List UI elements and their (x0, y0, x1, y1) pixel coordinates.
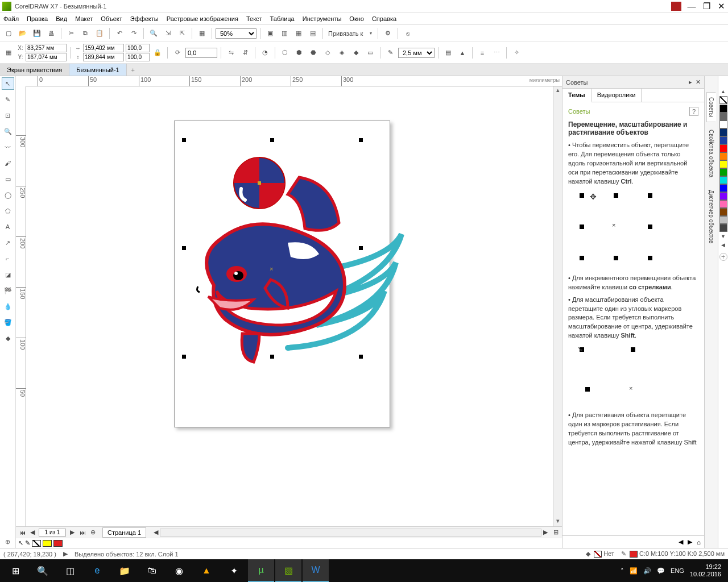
scale-x-input[interactable] (126, 44, 150, 52)
fill-swatch-red[interactable] (53, 540, 63, 547)
new-button[interactable]: ▢ (2, 27, 15, 40)
to-front-button[interactable]: ▲ (456, 47, 469, 59)
quick-customize-button[interactable]: ⊕ (2, 535, 14, 548)
app-icon-2[interactable]: ✦ (221, 559, 247, 582)
page-tab[interactable]: Страница 1 (102, 527, 146, 538)
boundary-button[interactable]: ▭ (364, 47, 377, 59)
palette-up-button[interactable]: ▲ (721, 88, 726, 95)
polygon-tool[interactable]: ⬠ (2, 205, 14, 217)
vertical-scrollbar[interactable]: ▴ ▾ (553, 86, 562, 526)
maximize-button[interactable]: ❐ (702, 2, 711, 10)
scale-y-input[interactable] (126, 53, 150, 61)
rotation-input[interactable] (185, 48, 217, 58)
palette-color[interactable] (719, 120, 727, 128)
connector-tool[interactable]: ⌐ (2, 252, 14, 265)
ellipse-tool[interactable]: ◯ (2, 189, 14, 201)
pos-x-input[interactable] (26, 44, 67, 52)
docker-tab-videos[interactable]: Видеоролики (592, 89, 642, 102)
coreldraw-taskbar-icon[interactable]: ▧ (275, 559, 301, 582)
outline-indicator[interactable]: ✎ C:0 M:100 Y:100 K:0 2,500 мм (621, 550, 725, 558)
palette-color[interactable] (719, 160, 727, 168)
start-button[interactable]: ⊞ (2, 559, 28, 582)
task-view-icon[interactable]: ◫ (57, 559, 83, 582)
interactive-fill-tool[interactable]: 🪣 (2, 316, 14, 329)
document-tab[interactable]: Безымянный-1 (69, 64, 127, 76)
minimize-button[interactable]: — (687, 2, 696, 10)
notifications-icon[interactable]: 💬 (657, 567, 665, 575)
import-button[interactable]: ⇲ (162, 27, 174, 40)
palette-color[interactable] (719, 113, 727, 120)
export-button[interactable]: ⇱ (176, 27, 188, 40)
add-page-button[interactable]: ⊕ (89, 529, 97, 536)
viewport[interactable]: × ▴ ▾ (26, 86, 562, 526)
fullscreen-button[interactable]: ▣ (264, 27, 276, 40)
align-button[interactable]: ≡ (476, 47, 489, 59)
save-button[interactable]: 💾 (31, 27, 43, 40)
palette-color[interactable] (719, 105, 727, 113)
back-minus-front-button[interactable]: ◆ (350, 47, 362, 59)
explorer-icon[interactable]: 📁 (111, 559, 138, 582)
palette-color[interactable] (719, 176, 727, 184)
page-of-input[interactable] (39, 529, 66, 537)
vtab-object-manager[interactable]: Диспетчер объектов (706, 185, 716, 248)
vertical-ruler[interactable]: 50100150200250300 (16, 86, 26, 526)
docker-back-button[interactable]: ◀ (679, 538, 683, 546)
outline-width[interactable]: 2,5 мм (398, 48, 435, 58)
search-taskbar-icon[interactable]: 🔍 (30, 559, 56, 582)
mirror-h-button[interactable]: ⇋ (225, 47, 237, 59)
pick-tool[interactable]: ↖ (2, 77, 14, 90)
palette-color-none[interactable] (719, 96, 727, 104)
show-guides-button[interactable]: ▤ (307, 27, 319, 40)
menu-tools[interactable]: Инструменты (303, 15, 342, 22)
menu-edit[interactable]: Правка (27, 15, 48, 22)
menu-view[interactable]: Вид (56, 15, 67, 22)
menu-object[interactable]: Объект (101, 15, 122, 22)
freehand-tool[interactable]: 〰 (2, 141, 14, 153)
parallel-dim-tool[interactable]: ↗ (2, 236, 14, 249)
fill-indicator[interactable]: ◆ Нет (586, 550, 614, 558)
horizontal-ruler[interactable]: миллиметры 050100150200250300 (26, 76, 562, 86)
menu-effects[interactable]: Эффекты (130, 15, 159, 22)
text-tool[interactable]: A (2, 221, 14, 233)
palette-color[interactable] (719, 152, 727, 160)
paste-button[interactable]: 📋 (93, 27, 106, 40)
welcome-tab[interactable]: Экран приветствия (0, 64, 69, 76)
docker-titlebar[interactable]: Советы ▸ ✕ (562, 76, 704, 89)
last-page-button[interactable]: ⏭ (78, 529, 86, 536)
palette-color[interactable] (719, 224, 727, 232)
convert-curves-button[interactable]: ✧ (510, 47, 523, 59)
eyedropper-tool[interactable]: 💧 (2, 300, 14, 313)
menu-layout[interactable]: Макет (75, 15, 93, 22)
edge-icon[interactable]: e (84, 559, 110, 582)
wrap-text-button[interactable]: ▤ (442, 47, 454, 59)
palette-color[interactable] (719, 168, 727, 176)
cut-button[interactable]: ✂ (65, 27, 77, 40)
trim-button[interactable]: ⬢ (293, 47, 305, 59)
simplify-button[interactable]: ◇ (321, 47, 334, 59)
play-icon[interactable]: ▶ (63, 550, 68, 558)
menu-help[interactable]: Справка (372, 15, 396, 22)
first-page-button[interactable]: ⏮ (18, 529, 26, 536)
copy-button[interactable]: ⧉ (79, 27, 92, 40)
palette-color[interactable] (719, 128, 727, 136)
taskbar-clock[interactable]: 19:22 10.02.2016 (690, 563, 721, 578)
user-icon[interactable] (671, 2, 681, 11)
snap-dropdown[interactable] (366, 27, 374, 40)
menu-table[interactable]: Таблица (270, 15, 295, 22)
weld-button[interactable]: ⬡ (279, 47, 291, 59)
close-button[interactable]: ✕ (717, 2, 726, 10)
lock-ratio-button[interactable]: 🔒 (151, 47, 164, 59)
menu-text[interactable]: Текст (246, 15, 262, 22)
docker-close-icon[interactable]: ✕ (696, 78, 701, 86)
crop-tool[interactable]: ⊡ (2, 109, 14, 122)
open-button[interactable]: 📂 (16, 27, 29, 40)
drop-shadow-tool[interactable]: ◪ (2, 268, 14, 281)
menu-bitmaps[interactable]: Растровые изображения (167, 15, 238, 22)
horizontal-scrollbar[interactable]: ◀▶ (152, 529, 549, 537)
search-button[interactable]: 🔍 (147, 27, 160, 40)
system-tray[interactable]: ˄ 📶 🔊 💬 ENG 19:22 10.02.2016 (621, 563, 726, 578)
obj-origin-button[interactable]: ▦ (2, 47, 15, 59)
zoom-tool[interactable]: 🔍 (2, 125, 14, 138)
palette-flyout-button[interactable]: ◀ (721, 241, 725, 249)
menu-window[interactable]: Окно (349, 15, 364, 22)
